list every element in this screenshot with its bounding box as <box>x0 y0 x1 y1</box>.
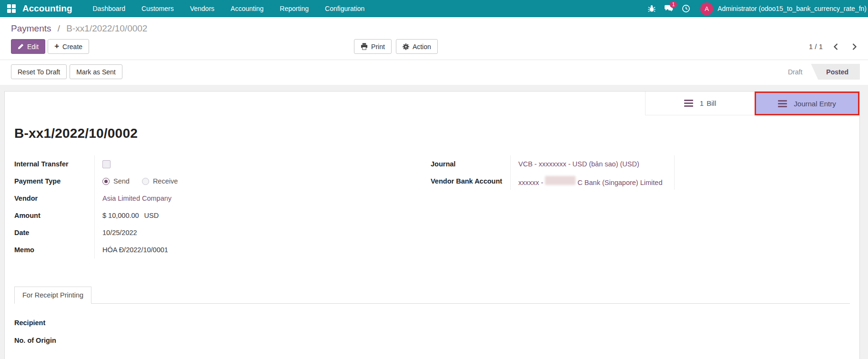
internal-transfer-row: Internal Transfer <box>14 155 423 173</box>
nav-item-vendors[interactable]: Vendors <box>182 0 222 17</box>
journal-entry-label: Journal Entry <box>794 100 836 108</box>
nav-item-configuration[interactable]: Configuration <box>317 0 373 17</box>
app-name[interactable]: Accounting <box>22 3 72 14</box>
nav-item-reporting[interactable]: Reporting <box>272 0 317 17</box>
journal-link[interactable]: VCB - xxxxxxxx - USD (bản sao) (USD) <box>518 160 639 168</box>
reset-to-draft-button[interactable]: Reset To Draft <box>11 64 67 79</box>
smart-button-box: 1 Bill Journal Entry <box>5 92 859 115</box>
form-status-row: Reset To Draft Mark as Sent Draft Posted <box>0 60 868 85</box>
payment-type-receive-option[interactable]: Receive <box>142 177 178 185</box>
chevron-left-icon <box>833 43 838 51</box>
radio-unselected-icon <box>142 178 149 185</box>
user-name: Administrator (odoo15_to_bank_currency_r… <box>717 5 867 12</box>
tab-for-receipt-printing[interactable]: For Receipt Printing <box>14 287 91 304</box>
pager: 1 / 1 <box>809 42 860 51</box>
control-panel: Edit + Create Print <box>0 34 868 60</box>
payment-type-radio-group: Send Receive <box>102 177 178 185</box>
journal-label: Journal <box>431 155 510 173</box>
field-groups: Internal Transfer Payment Type Send <box>14 155 850 258</box>
bill-smart-button[interactable]: 1 Bill <box>645 92 755 115</box>
vendor-bank-account-label: Vendor Bank Account <box>431 173 510 190</box>
breadcrumb-current: B-xx1/2022/10/0002 <box>66 23 147 33</box>
debug-button[interactable] <box>643 0 660 17</box>
gear-icon <box>403 43 409 50</box>
status-stage-posted[interactable]: Posted <box>811 64 860 80</box>
date-row: Date 10/25/2022 <box>14 224 423 241</box>
chevron-right-icon <box>852 43 857 51</box>
vendor-label: Vendor <box>14 190 94 207</box>
redacted-patch <box>545 176 575 185</box>
journal-entry-smart-button[interactable]: Journal Entry <box>755 92 859 115</box>
form-view-area: 1 Bill Journal Entry B-xx1/2022/10/0002 … <box>0 85 868 359</box>
messages-button[interactable]: 1 <box>660 0 677 17</box>
breadcrumb-separator: / <box>58 23 60 33</box>
activities-button[interactable] <box>677 0 695 17</box>
amount-label: Amount <box>14 207 94 224</box>
pager-next-button[interactable] <box>849 42 860 51</box>
date-value: 10/25/2022 <box>102 229 137 236</box>
print-button[interactable]: Print <box>354 39 392 54</box>
pager-count: 1 / 1 <box>809 42 823 51</box>
nav-item-accounting[interactable]: Accounting <box>222 0 272 17</box>
plus-icon: + <box>54 42 59 50</box>
vendor-bank-account-row: Vendor Bank Account xxxxxx -C Bank (Sing… <box>431 173 675 190</box>
notebook-tabs: For Receipt Printing <box>14 286 850 304</box>
avatar: A <box>700 2 713 15</box>
edit-button[interactable]: Edit <box>11 39 45 54</box>
status-stage-draft[interactable]: Draft <box>779 64 811 80</box>
print-action-buttons: Print Action <box>354 39 438 54</box>
bill-label: Bill <box>707 99 716 107</box>
breadcrumb: Payments / B-xx1/2022/10/0002 <box>0 17 868 34</box>
right-field-group: Journal VCB - xxxxxxxx - USD (bản sao) (… <box>431 155 675 258</box>
printer-icon <box>361 43 368 50</box>
workflow-buttons: Reset To Draft Mark as Sent <box>11 64 122 79</box>
main-menu: Dashboard Customers Vendors Accounting R… <box>85 0 373 17</box>
record-sheet: 1 Bill Journal Entry B-xx1/2022/10/0002 … <box>4 91 860 359</box>
amount-currency: USD <box>144 212 159 219</box>
internal-transfer-label: Internal Transfer <box>14 155 94 173</box>
mark-as-sent-button[interactable]: Mark as Sent <box>70 64 122 79</box>
bill-count: 1 <box>700 99 704 107</box>
bug-icon <box>648 5 656 12</box>
vendor-bank-account-link[interactable]: xxxxxx -C Bank (Singapore) Limited <box>518 176 662 186</box>
breadcrumb-payments-link[interactable]: Payments <box>11 23 51 33</box>
record-action-buttons: Edit + Create <box>11 39 89 54</box>
left-field-group: Internal Transfer Payment Type Send <box>14 155 423 258</box>
payment-type-send-option[interactable]: Send <box>102 177 130 185</box>
vendor-link[interactable]: Asia Limited Company <box>102 195 172 202</box>
record-title: B-xx1/2022/10/0002 <box>14 126 850 141</box>
sheet-content: B-xx1/2022/10/0002 Internal Transfer Pay… <box>5 126 859 344</box>
user-menu[interactable]: A Administrator (odoo15_to_bank_currency… <box>695 2 868 15</box>
amount-row: Amount $ 10,000.00 USD <box>14 207 423 224</box>
clock-icon <box>682 4 690 13</box>
statusbar: Draft Posted <box>779 64 860 80</box>
pencil-icon <box>18 43 24 50</box>
no-of-origin-label: No. of Origin <box>14 337 850 344</box>
memo-value: HÓA Đ/2022/10/0001 <box>102 246 168 254</box>
navbar-right: 1 A Administrator (odoo15_to_bank_curren… <box>643 0 868 17</box>
message-count-badge: 1 <box>670 1 677 8</box>
nav-item-customers[interactable]: Customers <box>133 0 182 17</box>
memo-label: Memo <box>14 241 94 258</box>
action-button[interactable]: Action <box>396 39 438 54</box>
top-navbar: Accounting Dashboard Customers Vendors A… <box>0 0 868 17</box>
bars-icon <box>778 100 787 107</box>
pager-previous-button[interactable] <box>830 42 841 51</box>
payment-type-label: Payment Type <box>14 173 94 190</box>
bars-icon <box>684 100 693 107</box>
apps-grid-icon <box>7 4 16 13</box>
nav-item-dashboard[interactable]: Dashboard <box>85 0 134 17</box>
radio-selected-icon <box>102 178 110 185</box>
memo-row: Memo HÓA Đ/2022/10/0001 <box>14 241 423 258</box>
tab-content: Recipient No. of Origin <box>14 304 850 344</box>
notebook: For Receipt Printing Recipient No. of Or… <box>14 286 850 344</box>
create-button[interactable]: + Create <box>48 39 89 54</box>
apps-menu-button[interactable] <box>0 0 21 17</box>
date-label: Date <box>14 224 94 241</box>
vendor-row: Vendor Asia Limited Company <box>14 190 423 207</box>
recipient-label: Recipient <box>14 319 850 327</box>
amount-value: $ 10,000.00 <box>102 212 139 219</box>
payment-type-row: Payment Type Send Receive <box>14 173 423 190</box>
journal-row: Journal VCB - xxxxxxxx - USD (bản sao) (… <box>431 155 675 173</box>
internal-transfer-checkbox[interactable] <box>102 160 111 168</box>
